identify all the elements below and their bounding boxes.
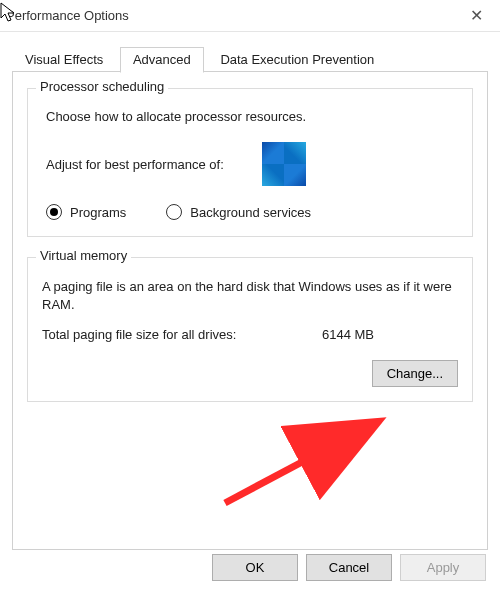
windows-logo-icon — [262, 142, 306, 186]
virtual-memory-description: A paging file is an area on the hard dis… — [42, 278, 458, 313]
tab-dep[interactable]: Data Execution Prevention — [207, 47, 387, 73]
radio-icon — [166, 204, 182, 220]
tab-strip: Visual Effects Advanced Data Execution P… — [12, 46, 488, 72]
titlebar: Performance Options ✕ — [0, 0, 500, 32]
dialog-button-row: OK Cancel Apply — [212, 554, 486, 581]
tab-page-advanced: Processor scheduling Choose how to alloc… — [12, 72, 488, 550]
tab-visual-effects[interactable]: Visual Effects — [12, 47, 116, 73]
change-button[interactable]: Change... — [372, 360, 458, 387]
close-icon: ✕ — [470, 7, 483, 24]
adjust-for-label: Adjust for best performance of: — [46, 157, 224, 172]
virtual-memory-group: Virtual memory A paging file is an area … — [27, 257, 473, 402]
processor-scheduling-description: Choose how to allocate processor resourc… — [46, 109, 458, 124]
radio-icon — [46, 204, 62, 220]
radio-background-label: Background services — [190, 205, 311, 220]
ok-button[interactable]: OK — [212, 554, 298, 581]
cursor-icon — [0, 2, 18, 24]
apply-button: Apply — [400, 554, 486, 581]
total-paging-value: 6144 MB — [322, 327, 374, 342]
close-button[interactable]: ✕ — [456, 6, 496, 25]
radio-background-services[interactable]: Background services — [166, 204, 311, 220]
total-paging-label: Total paging file size for all drives: — [42, 327, 322, 342]
virtual-memory-legend: Virtual memory — [36, 248, 131, 263]
processor-scheduling-group: Processor scheduling Choose how to alloc… — [27, 88, 473, 237]
window-title: Performance Options — [4, 8, 456, 23]
processor-scheduling-legend: Processor scheduling — [36, 79, 168, 94]
radio-programs[interactable]: Programs — [46, 204, 126, 220]
tab-advanced[interactable]: Advanced — [120, 47, 204, 73]
cancel-button[interactable]: Cancel — [306, 554, 392, 581]
radio-programs-label: Programs — [70, 205, 126, 220]
